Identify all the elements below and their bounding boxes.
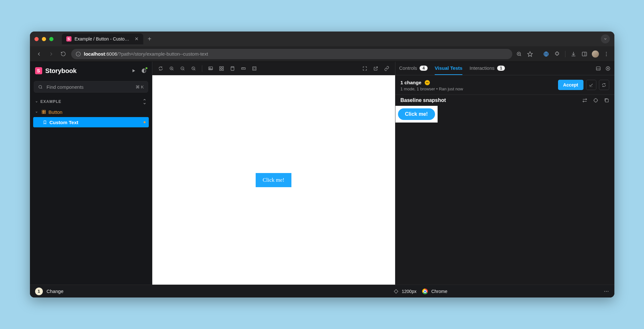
tab-visual-tests[interactable]: Visual Tests [435,62,462,75]
svg-point-63 [608,291,608,291]
downloads-icon[interactable] [570,50,577,58]
forward-button[interactable] [47,50,56,59]
target-icon[interactable] [593,98,598,103]
baseline-title: Baseline snapshot [401,97,446,103]
site-info-icon[interactable] [76,51,81,57]
snapshot-thumbnail[interactable]: Click me! [395,106,438,123]
open-in-new-icon[interactable] [371,64,380,73]
outline-icon[interactable] [250,64,259,73]
browser-titlebar: S Example / Button - Custom Te ✕ + [30,32,614,46]
close-tab-icon[interactable]: ✕ [135,36,139,42]
story-tree: Button Custom Text [30,106,152,131]
rerun-button[interactable] [599,80,609,90]
extensions-icon[interactable] [554,50,561,58]
reload-button[interactable] [59,50,68,59]
change-status-icon [425,80,430,85]
collapse-all-icon[interactable] [142,99,147,104]
svg-line-6 [520,55,521,56]
search-shortcut-hint: ⌘ K [136,85,144,89]
component-icon [42,110,46,114]
svg-line-29 [183,69,184,70]
svg-point-12 [606,52,606,52]
svg-line-31 [194,69,195,70]
tab-interactions-label: Interactions [469,65,495,71]
swap-icon[interactable] [582,98,587,103]
browser-addressbar: localhost:6006/?path=/story/example-butt… [30,46,614,62]
svg-marker-15 [132,69,135,72]
browser-tab[interactable]: S Example / Button - Custom Te ✕ [62,33,143,44]
window-close-button[interactable] [34,37,39,41]
svg-rect-19 [42,110,43,112]
svg-rect-35 [222,67,223,68]
svg-rect-46 [596,67,600,70]
brand-name: Storybook [45,67,77,75]
fullscreen-icon[interactable] [360,64,369,73]
new-tab-button[interactable]: + [148,35,152,43]
svg-rect-21 [42,112,43,114]
zoom-reset-icon[interactable] [189,64,198,73]
batch-accept-button[interactable] [586,80,596,90]
storybook-app: S Storybook ⌘ K [30,62,614,297]
tab-visual-tests-label: Visual Tests [435,65,462,71]
vt-subtitle: 1 mode, 1 browser • Ran just now [401,87,463,91]
tree-group-button[interactable]: Button [33,107,149,117]
search-input[interactable]: ⌘ K [34,81,148,93]
copy-link-icon[interactable] [382,64,391,73]
tree-story-custom-text[interactable]: Custom Text [33,117,149,127]
search-field[interactable] [46,84,133,90]
background-icon[interactable] [206,64,215,73]
panel-bottombar: 1200px Chrome [152,285,614,297]
stack-icon[interactable] [604,98,609,103]
url-input[interactable]: localhost:6006/?path=/story/example-butt… [71,49,512,59]
browser-window: S Example / Button - Custom Te ✕ + [30,32,614,297]
demo-button[interactable]: Click me! [256,173,292,187]
tab-controls[interactable]: Controls 4 [399,62,428,75]
svg-point-54 [594,99,597,102]
sidebar: S Storybook ⌘ K [30,62,152,297]
close-panel-icon[interactable] [605,66,611,71]
bookmark-star-icon[interactable] [526,50,534,58]
svg-point-62 [606,291,606,291]
addon-panel: Controls 4 Visual Tests Interactions 1 [395,62,614,297]
more-icon[interactable] [603,288,609,294]
snapshot-button: Click me! [398,108,435,120]
svg-point-61 [604,291,605,291]
svg-rect-34 [220,67,221,68]
zoom-out-icon[interactable] [178,64,187,73]
zoom-in-icon[interactable] [167,64,176,73]
measure-icon[interactable] [239,64,248,73]
storybook-logo-icon: S [35,67,42,74]
viewport-icon[interactable] [228,64,237,73]
window-maximize-button[interactable] [49,37,53,41]
svg-point-33 [209,68,210,69]
accept-button[interactable]: Accept [558,80,583,90]
sidebar-statusbar[interactable]: 1 Change [30,285,152,297]
status-label: Change [47,288,64,294]
url-text: localhost:6006/?path=/story/example-butt… [84,51,208,57]
sidepanel-icon[interactable] [581,50,588,58]
viewport-size-label: 1200px [402,289,417,294]
baseline-header: Baseline snapshot [395,95,614,106]
run-all-icon[interactable] [131,69,136,73]
browser-actions [516,50,610,58]
browser-tab-title: Example / Button - Custom Te [75,36,129,41]
zoom-icon[interactable] [516,50,523,58]
svg-rect-38 [231,67,234,70]
svg-rect-36 [220,69,221,70]
back-button[interactable] [34,50,43,59]
profile-avatar[interactable] [592,50,599,58]
grid-icon[interactable] [217,64,226,73]
extension-a-icon[interactable] [543,50,550,58]
kebab-menu-icon[interactable] [603,50,610,58]
window-minimize-button[interactable] [42,37,46,41]
tab-interactions[interactable]: Interactions 1 [469,62,505,75]
panel-position-icon[interactable] [596,66,601,71]
svg-rect-44 [252,67,256,70]
diamond-icon[interactable] [393,289,399,294]
sidebar-section-header[interactable]: EXAMPLE [30,96,152,106]
remount-icon[interactable] [156,64,165,73]
browser-tabstrip: S Example / Button - Custom Te ✕ + [62,33,152,44]
svg-marker-60 [394,289,398,293]
tab-overflow-button[interactable] [601,34,610,43]
theme-toggle-icon[interactable] [141,68,147,74]
